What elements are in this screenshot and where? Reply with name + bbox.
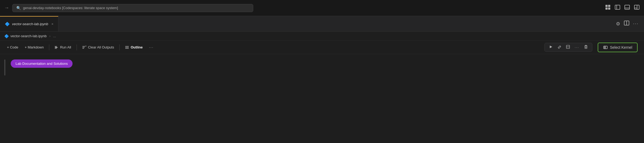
- breadcrumb-filename[interactable]: vector-search-lab.ipynb: [10, 34, 47, 38]
- add-markdown-button[interactable]: + Markdown: [22, 44, 46, 51]
- cell-toolbar: ···: [544, 43, 592, 52]
- settings-icon[interactable]: ⚙: [616, 21, 620, 27]
- breadcrumb-bar: 🔷 vector-search-lab.ipynb › ...: [0, 32, 644, 41]
- outline-icon: [125, 46, 129, 49]
- toolbar-more-button[interactable]: ···: [146, 44, 156, 51]
- title-bar-right-icons: [605, 4, 640, 12]
- svg-rect-6: [625, 5, 630, 9]
- cell-edit-button[interactable]: [556, 44, 563, 50]
- add-code-button[interactable]: + Code: [4, 44, 21, 51]
- cell-delete-button[interactable]: [582, 44, 589, 50]
- svg-rect-3: [608, 7, 610, 10]
- cell-split-button[interactable]: [565, 44, 571, 50]
- grid-icon[interactable]: [605, 4, 611, 12]
- layout-icon[interactable]: [634, 4, 640, 12]
- cell-run-button[interactable]: [547, 44, 554, 50]
- svg-marker-23: [550, 46, 552, 48]
- svg-rect-0: [605, 5, 608, 7]
- breadcrumb-rest[interactable]: ...: [53, 34, 56, 38]
- content-area: Lab Documentation and Solutions: [0, 54, 644, 143]
- tab-bar: 🔷 vector-search-lab.ipynb × ⚙ ···: [0, 16, 644, 32]
- search-text: genai-devday-notebooks [Codespaces: lite…: [23, 6, 118, 10]
- toolbar-divider-1: [49, 44, 49, 50]
- svg-rect-33: [605, 47, 605, 48]
- clear-outputs-icon: [82, 46, 86, 49]
- notebook-tab-icon: 🔷: [5, 22, 10, 27]
- active-tab[interactable]: 🔷 vector-search-lab.ipynb ×: [0, 16, 58, 31]
- tab-label: vector-search-lab.ipynb: [12, 22, 48, 26]
- outline-button[interactable]: Outline: [122, 44, 145, 51]
- panel-icon[interactable]: [624, 4, 630, 12]
- search-bar[interactable]: 🔍 genai-devday-notebooks [Codespaces: li…: [12, 4, 253, 12]
- search-icon: 🔍: [16, 6, 21, 10]
- toolbar-divider-3: [119, 44, 120, 50]
- breadcrumb-separator: ›: [49, 34, 50, 38]
- svg-rect-27: [585, 46, 587, 48]
- split-editor-icon[interactable]: [624, 20, 629, 27]
- breadcrumb-file-icon: 🔷: [4, 34, 9, 38]
- cell-more-button[interactable]: ···: [573, 44, 581, 50]
- tab-bar-right-icons: ⚙ ···: [616, 16, 644, 31]
- cell-tag-label[interactable]: Lab Documentation and Solutions: [11, 59, 73, 68]
- svg-rect-2: [605, 7, 608, 10]
- more-options-icon[interactable]: ···: [633, 21, 639, 27]
- run-all-icon: [55, 46, 58, 49]
- svg-rect-4: [615, 5, 620, 9]
- select-kernel-label: Select Kernel: [610, 45, 632, 50]
- svg-rect-1: [608, 5, 610, 7]
- toolbar-divider-2: [77, 44, 77, 50]
- tab-close-button[interactable]: ×: [51, 22, 54, 26]
- select-kernel-button[interactable]: Select Kernel: [598, 43, 638, 52]
- notebook-toolbar: + Code + Markdown Run All Clear All Outp…: [0, 41, 644, 54]
- run-all-button[interactable]: Run All: [52, 44, 74, 51]
- sidebar-left-icon[interactable]: [615, 4, 620, 12]
- title-bar: → 🔍 genai-devday-notebooks [Codespaces: …: [0, 0, 644, 16]
- back-arrow-icon[interactable]: →: [4, 5, 9, 11]
- clear-all-outputs-button[interactable]: Clear All Outputs: [79, 44, 117, 51]
- kernel-icon: [603, 45, 608, 50]
- svg-line-24: [560, 46, 561, 47]
- cell-left-border: [4, 59, 5, 76]
